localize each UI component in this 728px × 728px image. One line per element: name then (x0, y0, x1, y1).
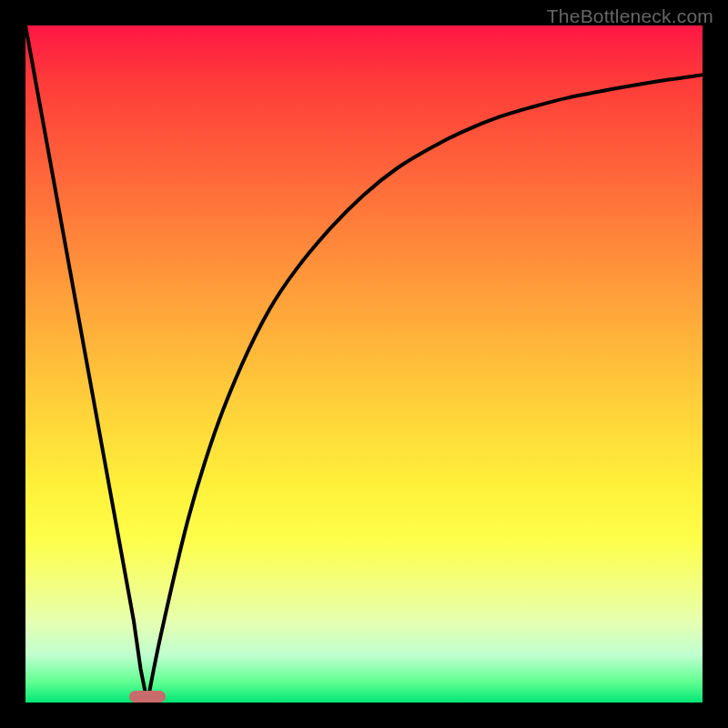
watermark-text: TheBottleneck.com (547, 5, 713, 27)
left-branch-path (25, 25, 147, 703)
bottleneck-marker (129, 691, 166, 703)
right-branch-path (147, 75, 703, 703)
curve-overlay (25, 25, 703, 703)
